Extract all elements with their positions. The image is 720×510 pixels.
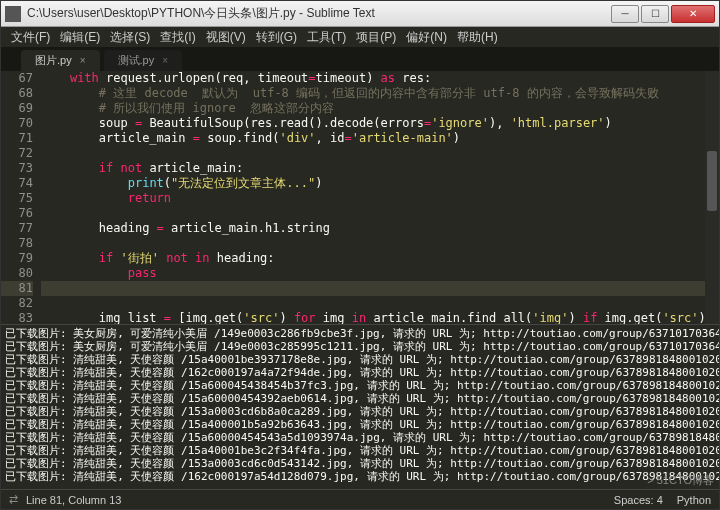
- line-number: 71: [1, 131, 33, 146]
- tab-close-icon[interactable]: ×: [162, 55, 168, 66]
- menu-item[interactable]: 项目(P): [352, 28, 400, 47]
- line-number: 82: [1, 296, 33, 311]
- code-line[interactable]: heading = article_main.h1.string: [41, 221, 705, 236]
- menu-item[interactable]: 偏好(N): [402, 28, 451, 47]
- line-number: 79: [1, 251, 33, 266]
- switch-icon[interactable]: ⇄: [9, 493, 18, 506]
- editor-pane[interactable]: 6768697071727374757677787980818283848586…: [1, 71, 719, 324]
- code-line[interactable]: if not article_main:: [41, 161, 705, 176]
- line-number: 69: [1, 101, 33, 116]
- tab-close-icon[interactable]: ×: [80, 55, 86, 66]
- close-button[interactable]: ✕: [671, 5, 715, 23]
- syntax-mode[interactable]: Python: [677, 494, 711, 506]
- code-line[interactable]: print("无法定位到文章主体..."): [41, 176, 705, 191]
- line-number: 81: [1, 281, 33, 296]
- code-line[interactable]: img_list = [img.get('src') for img in ar…: [41, 311, 705, 324]
- line-number: 70: [1, 116, 33, 131]
- cursor-position: Line 81, Column 13: [26, 494, 121, 506]
- output-console[interactable]: 已下载图片: 美女厨房, 可爱清纯小美眉 /149e0003c286fb9cbe…: [1, 324, 719, 489]
- window-controls: ─ ☐ ✕: [611, 5, 715, 23]
- menu-item[interactable]: 帮助(H): [453, 28, 502, 47]
- line-number: 67: [1, 71, 33, 86]
- code-area[interactable]: with request.urlopen(req, timeout=timeou…: [41, 71, 705, 324]
- code-line[interactable]: soup = BeautifulSoup(res.read().decode(e…: [41, 116, 705, 131]
- line-number: 77: [1, 221, 33, 236]
- menu-item[interactable]: 查找(I): [156, 28, 199, 47]
- indent-setting[interactable]: Spaces: 4: [614, 494, 663, 506]
- code-line[interactable]: # 所以我们使用 ignore 忽略这部分内容: [41, 101, 705, 116]
- line-number: 73: [1, 161, 33, 176]
- code-line[interactable]: pass: [41, 266, 705, 281]
- status-bar: ⇄ Line 81, Column 13 Spaces: 4 Python: [1, 489, 719, 509]
- line-number: 83: [1, 311, 33, 324]
- menu-item[interactable]: 选择(S): [106, 28, 154, 47]
- code-line[interactable]: with request.urlopen(req, timeout=timeou…: [41, 71, 705, 86]
- code-line[interactable]: return: [41, 191, 705, 206]
- line-gutter: 6768697071727374757677787980818283848586…: [1, 71, 41, 324]
- code-line[interactable]: [41, 236, 705, 251]
- menu-bar: 文件(F)编辑(E)选择(S)查找(I)视图(V)转到(G)工具(T)项目(P)…: [1, 27, 719, 47]
- line-number: 75: [1, 191, 33, 206]
- file-tab[interactable]: 测试.py×: [104, 50, 183, 71]
- line-number: 74: [1, 176, 33, 191]
- line-number: 76: [1, 206, 33, 221]
- maximize-button[interactable]: ☐: [641, 5, 669, 23]
- menu-item[interactable]: 工具(T): [303, 28, 350, 47]
- line-number: 80: [1, 266, 33, 281]
- file-tab[interactable]: 图片.py×: [21, 50, 100, 71]
- menu-item[interactable]: 视图(V): [202, 28, 250, 47]
- code-line[interactable]: # 这里 decode 默认为 utf-8 编码，但返回的内容中含有部分非 ut…: [41, 86, 705, 101]
- line-number: 68: [1, 86, 33, 101]
- tab-label: 图片.py: [35, 53, 72, 68]
- menu-item[interactable]: 转到(G): [252, 28, 301, 47]
- code-line[interactable]: article_main = soup.find('div', id='arti…: [41, 131, 705, 146]
- app-icon: [5, 6, 21, 22]
- code-line[interactable]: [41, 281, 705, 296]
- scrollbar-thumb[interactable]: [707, 151, 717, 211]
- code-line[interactable]: [41, 146, 705, 161]
- menu-item[interactable]: 编辑(E): [56, 28, 104, 47]
- window-title: C:\Users\user\Desktop\PYTHON\今日头条\图片.py …: [27, 5, 611, 22]
- title-bar: C:\Users\user\Desktop\PYTHON\今日头条\图片.py …: [1, 1, 719, 27]
- line-number: 78: [1, 236, 33, 251]
- line-number: 72: [1, 146, 33, 161]
- vertical-scrollbar[interactable]: [705, 71, 719, 324]
- code-line[interactable]: [41, 206, 705, 221]
- tab-label: 测试.py: [118, 53, 155, 68]
- tab-bar: 图片.py×测试.py×: [1, 47, 719, 71]
- code-line[interactable]: if '街拍' not in heading:: [41, 251, 705, 266]
- menu-item[interactable]: 文件(F): [7, 28, 54, 47]
- code-line[interactable]: [41, 296, 705, 311]
- minimize-button[interactable]: ─: [611, 5, 639, 23]
